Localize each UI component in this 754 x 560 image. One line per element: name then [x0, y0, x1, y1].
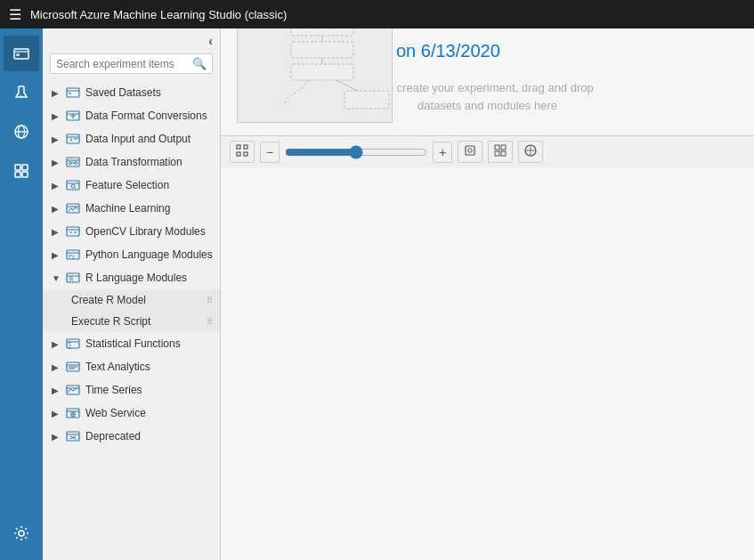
arrow-icon: ▶ — [52, 158, 61, 167]
sub-item-execute-r-script[interactable]: Execute R Script ⠿ — [43, 311, 220, 332]
svg-rect-65 — [466, 146, 474, 155]
svg-rect-14 — [67, 158, 79, 166]
zoom-in-button[interactable]: + — [433, 142, 452, 163]
arrow-icon: ▶ — [52, 181, 61, 191]
arrow-icon: ▶ — [52, 386, 61, 395]
compass-icon — [524, 144, 537, 157]
opencv-icon — [66, 224, 80, 239]
arrow-icon: ▶ — [52, 409, 61, 418]
zoom-in-icon: + — [439, 145, 446, 159]
tree-item-web-service[interactable]: ▶ Web Service — [43, 402, 220, 425]
tree-item-r-language[interactable]: ▼ R R Language Modules — [43, 266, 220, 289]
fit-icon — [236, 144, 248, 157]
machine-learning-label: Machine Learning — [85, 202, 213, 215]
web-service-label: Web Service — [85, 407, 213, 419]
opencv-label: OpenCV Library Modules — [85, 225, 213, 238]
svg-rect-70 — [501, 151, 506, 156]
svg-rect-55 — [291, 42, 353, 58]
svg-rect-54 — [291, 28, 353, 36]
bottom-toolbar: − + — [221, 135, 754, 167]
svg-rect-6 — [22, 165, 28, 170]
svg-rect-33 — [67, 432, 79, 441]
tree-item-data-input[interactable]: ▶ Data Input and Output — [43, 127, 220, 150]
machine-learning-icon — [66, 201, 80, 215]
tree-item-deprecated[interactable]: ▶ Deprecated — [43, 425, 220, 448]
tree-item-time-series[interactable]: ▶ Time Series — [43, 378, 220, 402]
tree-item-data-format[interactable]: ▶ Data Format Conversions — [43, 104, 220, 127]
feature-selection-icon — [66, 178, 80, 192]
sidebar-settings-btn[interactable] — [4, 515, 39, 551]
grid-button[interactable] — [488, 141, 513, 163]
feature-selection-label: Feature Selection — [85, 179, 213, 191]
svg-rect-7 — [15, 172, 20, 177]
data-transform-icon — [66, 155, 80, 169]
svg-point-9 — [19, 531, 24, 536]
canvas-area[interactable]: Experiment created on 6/13/2020 To creat… — [221, 28, 754, 560]
svg-rect-56 — [291, 64, 353, 80]
grid-icon — [494, 144, 507, 157]
tree-item-data-transform[interactable]: ▶ Data Transformation — [43, 150, 220, 174]
titlebar: ☰ Microsoft Azure Machine Learning Studi… — [0, 0, 754, 28]
zoom-slider[interactable] — [285, 145, 427, 159]
sidebar-package-btn[interactable] — [4, 153, 39, 189]
arrow-icon: ▶ — [52, 362, 61, 372]
tree-item-machine-learning[interactable]: ▶ Machine Learning — [43, 197, 220, 220]
deprecated-label: Deprecated — [85, 430, 213, 442]
svg-rect-20 — [67, 227, 79, 236]
compass-button[interactable] — [518, 141, 543, 163]
sidebar-flask-btn[interactable] — [4, 75, 39, 110]
svg-point-18 — [71, 184, 75, 188]
zoom-out-button[interactable]: − — [260, 142, 280, 163]
arrow-icon: ▶ — [52, 134, 61, 144]
svg-text:∑: ∑ — [68, 341, 73, 349]
svg-line-60 — [336, 80, 358, 91]
saved-datasets-label: Saved Datasets — [85, 86, 213, 99]
text-analytics-label: Text Analytics — [85, 361, 213, 373]
mini-map-svg — [238, 28, 393, 122]
time-series-icon — [66, 383, 80, 397]
collapse-button[interactable]: ‹ — [208, 34, 213, 48]
text-analytics-icon — [66, 360, 80, 374]
tree-item-feature-selection[interactable]: ▶ Feature Selection — [43, 174, 220, 197]
svg-point-2 — [20, 95, 21, 97]
tree-item-statistical[interactable]: ▶ ∑ Statistical Functions — [43, 332, 220, 355]
statistical-label: Statistical Functions — [85, 337, 213, 350]
drag-handle-icon: ⠿ — [207, 296, 213, 305]
svg-rect-1 — [16, 53, 20, 56]
search-box[interactable]: 🔍 — [50, 53, 213, 74]
search-icon: 🔍 — [192, 57, 207, 70]
svg-point-16 — [75, 162, 77, 165]
arrow-icon: ▶ — [52, 111, 61, 121]
fit-button[interactable] — [230, 141, 255, 163]
svg-rect-66 — [468, 149, 472, 152]
sidebar-globe-btn[interactable] — [4, 114, 39, 150]
web-service-icon — [66, 406, 80, 420]
tree-item-text-analytics[interactable]: ▶ Text Analytics — [43, 355, 220, 378]
svg-rect-5 — [15, 165, 20, 170]
svg-rect-62 — [244, 145, 247, 149]
tree-item-saved-datasets[interactable]: ▶ Saved Datasets — [43, 81, 220, 104]
panel-header: ‹ — [43, 28, 220, 53]
main-layout: ‹ 🔍 ▶ Saved Datasets ▶ Data Format Conve… — [0, 28, 754, 560]
svg-point-15 — [69, 162, 72, 165]
svg-rect-61 — [237, 145, 240, 149]
mini-map-body — [238, 28, 392, 122]
tree-item-opencv[interactable]: ▶ OpenCV Library Modules — [43, 220, 220, 243]
data-format-label: Data Format Conversions — [85, 110, 213, 122]
zoom-out-icon: − — [266, 145, 273, 159]
statistical-icon: ∑ — [66, 337, 80, 351]
zoom-slider-container — [285, 145, 427, 159]
tree-item-python[interactable]: ▶ Py Python Language Modules — [43, 243, 220, 266]
r-language-label: R Language Modules — [85, 272, 213, 284]
execute-r-script-label: Execute R Script — [71, 315, 150, 328]
search-input[interactable] — [56, 58, 192, 70]
mini-map: Mini Map ▼ — [237, 28, 393, 123]
saved-datasets-icon — [66, 85, 80, 100]
sub-item-create-r-model[interactable]: Create R Model ⠿ — [43, 289, 220, 311]
sidebar-dataset-btn[interactable] — [4, 36, 39, 71]
fit-screen-button[interactable] — [458, 141, 482, 163]
arrow-icon: ▶ — [52, 432, 61, 442]
data-transform-label: Data Transformation — [85, 156, 213, 168]
hamburger-icon[interactable]: ☰ — [9, 6, 21, 23]
arrow-icon: ▶ — [52, 204, 61, 214]
